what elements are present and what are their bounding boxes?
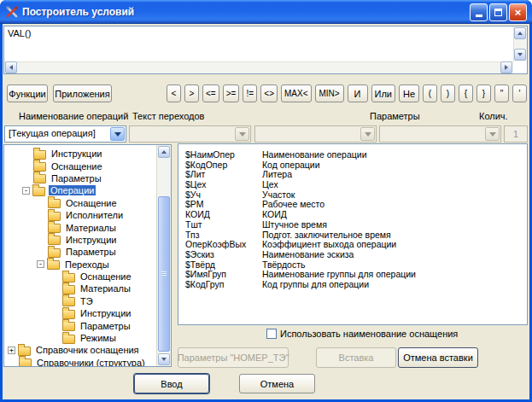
arrow-down-icon (161, 358, 167, 364)
cancel-insert-button[interactable]: Отмена вставки (398, 347, 478, 368)
tree-item-materialy[interactable]: Материалы (4, 221, 156, 233)
scrollbar-thumb[interactable] (158, 196, 170, 352)
transitions-combo[interactable] (129, 125, 251, 143)
variable-row[interactable]: $УчУчасток (185, 190, 523, 201)
quantity-field[interactable]: 1 (504, 125, 528, 143)
chevron-down-icon (239, 132, 246, 140)
ok-button[interactable]: Ввод (134, 374, 209, 393)
chevron-down-icon (114, 132, 121, 140)
scroll-down-button[interactable] (158, 353, 170, 365)
dropdown-button[interactable] (485, 127, 500, 141)
tree-item-perekhody[interactable]: -Переходы (4, 259, 156, 271)
folder-icon (33, 150, 46, 160)
dropdown-button[interactable] (360, 127, 375, 141)
variable-row[interactable]: $КодОперКод операции (185, 160, 523, 171)
operator-squote-button[interactable]: ' (512, 84, 527, 102)
tree-item-instrukcii[interactable]: Инструкции (4, 148, 156, 160)
functions-button[interactable]: Функции (7, 84, 48, 102)
expression-hscrollbar[interactable] (4, 61, 513, 73)
variable-row[interactable]: $ЭскизНаименование эскиза (185, 250, 523, 260)
scroll-down-button[interactable] (514, 49, 526, 61)
variable-row[interactable]: ОперКоэфВыхКоэффициент выхода операции (185, 240, 523, 250)
tree-scrollbar[interactable] (156, 145, 171, 366)
operator-rbrace-button[interactable]: } (476, 84, 491, 102)
operator-and-button[interactable]: И (348, 84, 368, 102)
operator-le-button[interactable]: <= (202, 84, 219, 102)
scroll-up-button[interactable] (158, 146, 170, 158)
minimize-icon (476, 15, 482, 17)
parameters-combo[interactable] (379, 125, 501, 143)
operator-lparen-button[interactable]: ( (423, 84, 437, 102)
variable-row[interactable]: $НаимОперНаименование операции (185, 150, 523, 160)
parameters-combo-value (380, 126, 484, 142)
scroll-up-button[interactable] (514, 27, 526, 39)
expression-editor[interactable]: VAL() (3, 26, 528, 74)
variable-row[interactable]: $КодГрупКод группы для операции (185, 280, 523, 290)
tree-item-te[interactable]: ТЭ (4, 295, 156, 307)
parameters-label: Параметры (370, 111, 420, 121)
chevron-down-icon (489, 132, 496, 140)
app-icon (5, 5, 19, 19)
minimize-button[interactable] (470, 3, 488, 21)
maximize-button[interactable] (489, 3, 507, 21)
quantity-label: Колич. (479, 111, 508, 121)
folder-icon (62, 273, 75, 283)
scroll-left-button[interactable] (5, 61, 17, 73)
operator-gt-button[interactable]: > (184, 84, 199, 102)
tree-item-operacii[interactable]: -Операции (4, 184, 156, 196)
tree-item-spravochnik-osnashcheniya[interactable]: +Справочник оснащения (4, 344, 156, 356)
close-button[interactable]: × (509, 3, 527, 21)
operator-ge-button[interactable]: >= (223, 84, 240, 102)
operator-dquote-button[interactable]: " (494, 84, 509, 102)
variable-row[interactable]: ТштШтучное время (185, 220, 523, 230)
variable-row[interactable]: $РМРабочее место (185, 200, 523, 210)
variable-row[interactable]: КОИДКОИД (185, 210, 523, 220)
use-tooling-name-checkbox[interactable] (266, 329, 277, 339)
tree-item-osnashchenie[interactable]: Оснащение (4, 160, 156, 172)
operation-combo[interactable]: [Текущая операция] (4, 125, 126, 143)
tree-item-operacii-parametry[interactable]: Параметры (4, 246, 156, 258)
title-bar[interactable]: Построитель условий × (0, 0, 532, 24)
operator-or-button[interactable]: Или (371, 84, 395, 102)
expression-value: VAL() (8, 28, 31, 38)
variable-row[interactable]: $ЛитЛитера (185, 170, 523, 180)
dropdown-button[interactable] (235, 127, 249, 141)
operator-min-button[interactable]: MIN> (315, 84, 344, 102)
collapse-icon[interactable]: - (37, 260, 44, 268)
middle-combo[interactable] (254, 125, 377, 143)
tree-item-parametry[interactable]: Параметры (4, 172, 156, 184)
folder-icon (48, 224, 61, 233)
operator-lbrace-button[interactable]: { (459, 84, 473, 102)
tree-item-rezhimy[interactable]: Режимы (4, 332, 156, 344)
operator-not-button[interactable]: Не (399, 84, 419, 102)
operator-rparen-button[interactable]: ) (441, 84, 455, 102)
tree-item-operacii-osnashchenie[interactable]: Оснащение (4, 197, 156, 209)
applications-button[interactable]: Приложения (53, 84, 112, 102)
tree-item-ispolniteli[interactable]: Исполнители (4, 209, 156, 221)
insert-button[interactable]: Вставка (316, 347, 396, 368)
folder-icon (48, 199, 61, 208)
cancel-button[interactable]: Отмена (239, 374, 315, 393)
variable-row[interactable]: $ЦехЦех (185, 180, 523, 190)
folder-icon (33, 174, 46, 184)
folder-icon (62, 285, 75, 294)
tree-item-perekhody-osnashchenie[interactable]: Оснащение (4, 271, 156, 283)
tree-item-perekhody-instrukcii[interactable]: Инструкции (4, 307, 156, 319)
middle-combo-value (255, 126, 360, 142)
tree-item-perekhody-parametry[interactable]: Параметры (4, 319, 156, 331)
tree-item-spravochniki-struktura[interactable]: Справочники (структура) (4, 357, 156, 367)
tree-item-operacii-instrukcii[interactable]: Инструкции (4, 234, 156, 246)
operator-neq-button[interactable]: <> (260, 84, 278, 102)
expand-icon[interactable]: + (8, 347, 15, 354)
close-icon: × (515, 7, 522, 18)
folder-icon (62, 297, 75, 306)
arrow-right-icon (505, 65, 511, 70)
collapse-icon[interactable]: - (22, 187, 30, 195)
scroll-right-button[interactable] (500, 61, 512, 73)
operator-ne-button[interactable]: != (243, 84, 257, 102)
tree-item-perekhody-materialy[interactable]: Материалы (4, 283, 156, 294)
operator-lt-button[interactable]: < (167, 84, 181, 102)
operator-max-button[interactable]: MAX< (281, 84, 312, 102)
parameters-nomer-te-button[interactable]: Параметры "НОМЕР_ТЭ" (178, 347, 289, 368)
dropdown-button[interactable] (110, 127, 125, 141)
